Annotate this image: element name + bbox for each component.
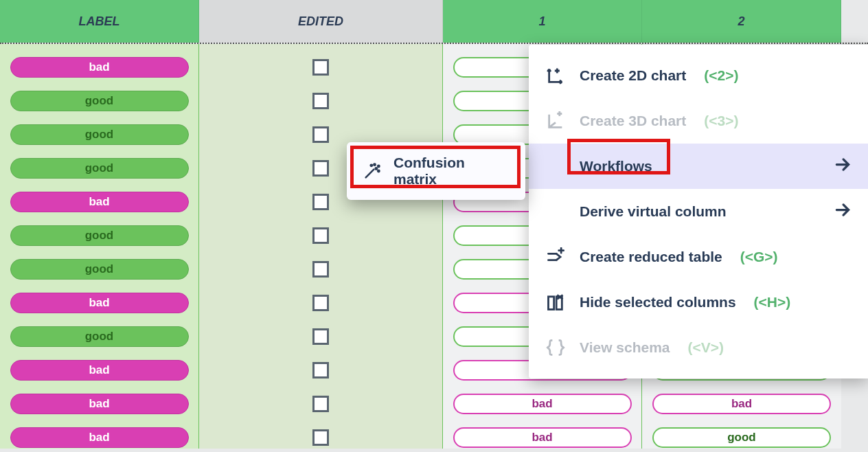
schema-icon: [545, 337, 566, 358]
label-pill[interactable]: bad: [10, 192, 189, 212]
edited-checkbox[interactable]: [312, 429, 329, 446]
label-pill[interactable]: bad: [10, 293, 189, 313]
menu-label: Create 3D chart: [580, 113, 686, 129]
label-pill[interactable]: good: [10, 124, 189, 145]
pred-pill[interactable]: bad: [453, 394, 632, 414]
column-header-label[interactable]: LABEL: [0, 0, 199, 43]
chevron-right-icon: [834, 201, 852, 223]
edited-checkbox[interactable]: [312, 261, 329, 278]
menu-item-view-schema: View schema (<V>): [529, 325, 868, 370]
label-pill[interactable]: good: [10, 158, 189, 179]
menu-item-hide-selected-columns[interactable]: Hide selected columns (<H>): [529, 280, 868, 325]
menu-shortcut: (<G>): [740, 249, 778, 265]
column-label: bad good good good bad good good bad goo…: [0, 44, 199, 449]
svg-point-3: [378, 166, 379, 167]
label-pill[interactable]: good: [10, 326, 189, 347]
context-menu: Create 2D chart (<2>) Create 3D chart (<…: [529, 45, 868, 378]
label-pill[interactable]: bad: [10, 427, 189, 448]
svg-point-5: [371, 165, 372, 166]
submenu-label: Confusion matrix: [393, 155, 510, 188]
edited-checkbox[interactable]: [312, 93, 329, 109]
svg-point-6: [376, 168, 377, 169]
column-edited: [199, 44, 443, 449]
label-pill[interactable]: good: [10, 259, 189, 280]
edited-checkbox[interactable]: [312, 59, 329, 76]
edited-checkbox[interactable]: [312, 227, 329, 244]
pred-pill[interactable]: bad: [453, 427, 632, 448]
edited-checkbox[interactable]: [312, 295, 329, 311]
edited-checkbox[interactable]: [312, 328, 329, 345]
menu-shortcut: (<2>): [704, 67, 738, 84]
column-header-1[interactable]: 1: [443, 0, 642, 43]
column-header-text: LABEL: [79, 14, 120, 29]
label-pill[interactable]: bad: [10, 394, 189, 414]
chevron-right-icon: [834, 156, 852, 177]
menu-item-derive-virtual-column[interactable]: Derive virtual column: [529, 189, 868, 234]
menu-label: Create reduced table: [580, 249, 722, 265]
column-header-2[interactable]: 2: [642, 0, 841, 43]
hide-columns-icon: [545, 292, 566, 313]
edited-checkbox[interactable]: [312, 194, 329, 210]
table-header-row: LABEL EDITED 1 2: [0, 0, 868, 43]
column-header-text: EDITED: [298, 14, 343, 29]
edited-checkbox[interactable]: [312, 396, 329, 412]
svg-point-4: [378, 170, 379, 172]
magic-wand-icon: [362, 161, 382, 181]
menu-item-workflows[interactable]: Workflows: [529, 144, 868, 189]
svg-rect-0: [549, 297, 554, 310]
chart-3d-icon: [545, 111, 566, 131]
reduce-icon: [545, 247, 566, 267]
column-header-text: 2: [738, 14, 744, 29]
edited-checkbox[interactable]: [312, 362, 329, 378]
menu-shortcut: (<3>): [704, 113, 738, 129]
svg-point-2: [374, 164, 375, 166]
column-header-edited[interactable]: EDITED: [199, 0, 443, 43]
menu-label: Derive virtual column: [580, 203, 727, 220]
menu-item-create-reduced-table[interactable]: Create reduced table (<G>): [529, 234, 868, 280]
pred-pill[interactable]: bad: [652, 394, 831, 414]
edited-checkbox[interactable]: [312, 126, 329, 143]
menu-shortcut: (<H>): [754, 294, 791, 310]
menu-item-create-3d-chart: Create 3D chart (<3>): [529, 98, 868, 144]
menu-shortcut: (<V>): [688, 339, 724, 356]
chart-2d-icon: [545, 65, 566, 86]
workflows-submenu[interactable]: Confusion matrix: [347, 142, 525, 200]
label-pill[interactable]: good: [10, 91, 189, 111]
label-pill[interactable]: bad: [10, 360, 189, 381]
edited-checkbox[interactable]: [312, 160, 329, 177]
menu-item-create-2d-chart[interactable]: Create 2D chart (<2>): [529, 53, 868, 98]
menu-label: View schema: [580, 339, 670, 356]
label-pill[interactable]: bad: [10, 57, 189, 78]
label-pill[interactable]: good: [10, 225, 189, 246]
menu-label: Workflows: [580, 158, 652, 174]
pred-pill[interactable]: good: [652, 427, 831, 448]
column-header-text: 1: [538, 14, 545, 29]
menu-label: Create 2D chart: [580, 67, 686, 84]
menu-label: Hide selected columns: [580, 294, 736, 310]
